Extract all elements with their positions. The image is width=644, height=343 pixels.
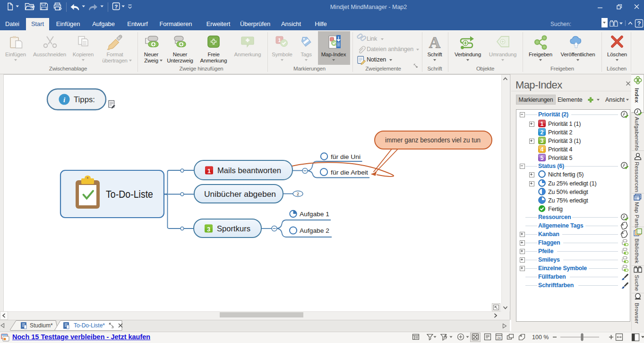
svg-text:1: 1: [541, 120, 544, 127]
svg-text:Unibücher abgeben: Unibücher abgeben: [204, 190, 276, 198]
svg-text:100 %: 100 %: [532, 334, 549, 341]
svg-text:?: ?: [114, 4, 118, 9]
svg-text:Aufgabe 2: Aufgabe 2: [300, 227, 329, 234]
svg-text:To-Do-Liste: To-Do-Liste: [106, 189, 153, 200]
svg-text:Mails beantworten: Mails beantworten: [217, 166, 281, 175]
svg-text:3: 3: [207, 226, 210, 233]
svg-text:Studium*: Studium*: [30, 322, 53, 329]
svg-text:Aufgabe 1: Aufgabe 1: [300, 211, 329, 218]
svg-text:immer ganz besonders viel zu t: immer ganz besonders viel zu tun: [385, 136, 481, 144]
svg-text:4: 4: [541, 146, 544, 152]
svg-text:Tipps:: Tipps:: [74, 95, 95, 104]
svg-text:2: 2: [541, 129, 544, 135]
svg-text:1: 1: [207, 167, 211, 175]
svg-text:?: ?: [637, 20, 641, 27]
svg-text:für die Arbeit: für die Arbeit: [331, 169, 368, 176]
svg-text:To-Do-Liste*: To-Do-Liste*: [74, 322, 105, 329]
svg-text:24: 24: [497, 336, 501, 340]
svg-text:für die Uni: für die Uni: [331, 153, 361, 160]
svg-text:Sportkurs: Sportkurs: [217, 224, 250, 233]
svg-text:2: 2: [297, 192, 299, 196]
svg-text:5: 5: [541, 154, 544, 161]
svg-text:3: 3: [541, 137, 544, 144]
svg-text:A: A: [429, 34, 441, 51]
